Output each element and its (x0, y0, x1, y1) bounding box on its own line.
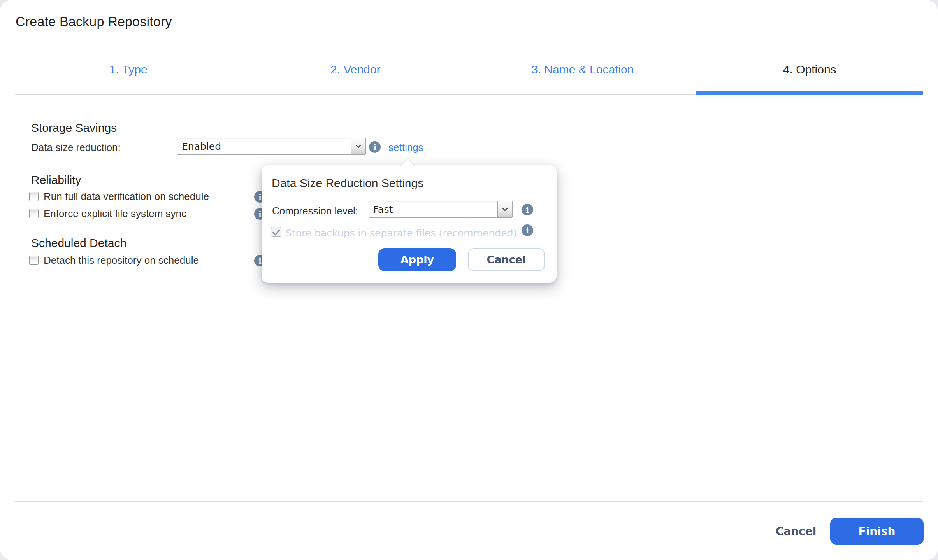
info-icon[interactable] (522, 204, 533, 215)
checkbox-label: Store backups in separate files (recomme… (286, 228, 517, 239)
tab-name-location[interactable]: 3. Name & Location (469, 58, 696, 82)
chevron-down-icon (497, 201, 512, 217)
tab-type[interactable]: 1. Type (15, 58, 242, 82)
compression-level-value: Fast (369, 201, 497, 217)
cancel-button[interactable]: Cancel (761, 520, 831, 542)
reliability-heading: Reliability (31, 173, 81, 187)
data-size-reduction-popover: Data Size Reduction Settings Compression… (262, 165, 557, 283)
popover-title: Data Size Reduction Settings (272, 177, 423, 190)
active-tab-indicator (696, 91, 923, 95)
data-size-reduction-label: Data size reduction: (31, 142, 121, 154)
checkbox-label: Enforce explicit file system sync (44, 208, 186, 220)
checkbox-enforce-file-sync[interactable] (29, 209, 39, 218)
wizard-tabs: 1. Type 2. Vendor 3. Name & Location 4. … (15, 58, 923, 82)
settings-link[interactable]: settings (388, 142, 423, 154)
checkbox-label: Detach this repository on schedule (44, 254, 199, 266)
checkbox-store-backups-separate-files (271, 227, 281, 237)
chevron-down-icon (351, 138, 365, 154)
tab-options[interactable]: 4. Options (696, 58, 924, 82)
footer-divider (15, 501, 923, 502)
data-size-reduction-value: Enabled (177, 138, 351, 154)
info-icon[interactable] (522, 224, 533, 236)
dialog-card: Create Backup Repository 1. Type 2. Vend… (0, 0, 938, 560)
checkbox-run-full-verification[interactable] (29, 192, 39, 201)
page-title: Create Backup Repository (16, 14, 172, 29)
checkbox-detach-on-schedule[interactable] (29, 256, 39, 265)
storage-savings-heading: Storage Savings (31, 121, 117, 135)
info-icon[interactable] (369, 141, 381, 153)
tab-vendor[interactable]: 2. Vendor (242, 58, 469, 82)
checkbox-row: Detach this repository on schedule (29, 254, 199, 266)
checkbox-label: Run full data verification on schedule (44, 191, 209, 203)
checkbox-row: Run full data verification on schedule (29, 191, 209, 202)
popover-arrow (400, 158, 415, 173)
checkbox-row: Enforce explicit file system sync (29, 208, 186, 219)
scheduled-detach-heading: Scheduled Detach (31, 236, 126, 250)
popover-cancel-button[interactable]: Cancel (468, 248, 545, 271)
apply-button[interactable]: Apply (378, 248, 456, 271)
compression-level-label: Compression level: (272, 205, 358, 217)
data-size-reduction-select[interactable]: Enabled (177, 138, 366, 155)
finish-button[interactable]: Finish (830, 518, 924, 545)
window-background: Create Backup Repository 1. Type 2. Vend… (0, 0, 938, 560)
compression-level-select[interactable]: Fast (369, 201, 513, 218)
